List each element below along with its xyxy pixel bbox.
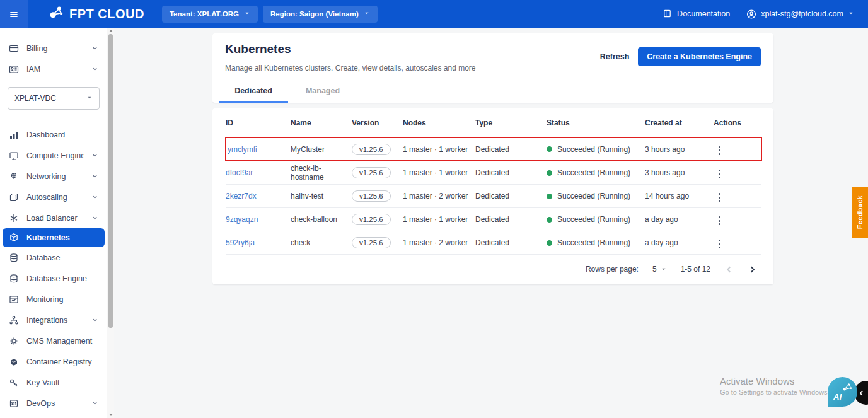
vdc-selector-dropdown[interactable]: XPLAT-VDC xyxy=(8,87,100,110)
table-row: 9zqyaqzn check-balloon v1.25.6 1 master … xyxy=(226,208,761,231)
cluster-name: check-balloon xyxy=(291,208,352,231)
status-dot xyxy=(547,170,552,176)
sidebar-item-label: Monitoring xyxy=(26,295,98,304)
sidebar-item-label: Integrations xyxy=(26,316,84,325)
page-subtitle: Manage all Kubernetes clusters. Create, … xyxy=(225,64,476,73)
cluster-created-at: 14 hours ago xyxy=(645,185,714,208)
row-actions-kebab-menu-icon[interactable] xyxy=(714,144,726,158)
sidebar-scrollbar-thumb[interactable] xyxy=(108,34,113,328)
rows-per-page-select[interactable]: 5 xyxy=(652,265,667,274)
status-dot xyxy=(547,194,552,199)
previous-page-button[interactable] xyxy=(724,265,734,274)
cluster-id-link[interactable]: dfocf9ar xyxy=(226,168,253,177)
iam-icon xyxy=(9,64,19,74)
rows-per-page-value: 5 xyxy=(652,265,657,274)
database-engine-icon xyxy=(9,274,19,284)
refresh-button[interactable]: Refresh xyxy=(600,52,630,61)
sidebar-item-label: DevOps xyxy=(26,399,84,408)
caret-down-icon xyxy=(86,94,93,103)
sidebar-item-label: Load Balancer xyxy=(26,214,84,223)
kubernetes-icon xyxy=(9,233,19,243)
sidebar-scrollbar[interactable] xyxy=(107,28,114,418)
monitoring-icon xyxy=(9,294,19,305)
version-chip: v1.25.6 xyxy=(352,144,391,155)
sidebar-item-dashboard[interactable]: Dashboard xyxy=(0,124,107,145)
tab-dedicated[interactable]: Dedicated xyxy=(219,80,288,103)
cluster-name: haihv-test xyxy=(291,185,352,208)
cluster-id-link[interactable]: 2kezr7dx xyxy=(226,192,257,200)
sidebar-item-label: Dashboard xyxy=(26,131,98,139)
column-header-version: Version xyxy=(352,108,403,137)
tenant-selector[interactable]: Tenant: XPLAT-ORG xyxy=(162,6,258,23)
sidebar-item-iam[interactable]: IAM xyxy=(0,59,107,79)
row-actions-kebab-menu-icon[interactable] xyxy=(714,190,726,204)
top-navbar: FPT CLOUD Tenant: XPLAT-ORG Region: Saig… xyxy=(0,0,868,28)
row-actions-kebab-menu-icon[interactable] xyxy=(714,237,726,251)
sidebar: Billing IAM XPLAT-VDC Dashboard Compute … xyxy=(0,28,107,418)
integrations-icon xyxy=(9,315,19,325)
caret-down-icon xyxy=(364,10,370,18)
user-email: xplat-stg@fptcloud.com xyxy=(761,9,843,18)
table-header-row: ID Name Version Nodes Type Status Create… xyxy=(226,108,761,137)
networking-icon xyxy=(9,171,19,182)
row-actions-kebab-menu-icon[interactable] xyxy=(714,214,726,228)
column-header-name: Name xyxy=(291,108,352,137)
sidebar-item-integrations[interactable]: Integrations xyxy=(0,310,107,330)
tabs: Dedicated Managed xyxy=(219,80,357,103)
next-page-button[interactable] xyxy=(748,265,757,274)
column-header-id: ID xyxy=(226,108,291,137)
region-selector[interactable]: Region: Saigon (Vietnam) xyxy=(263,6,378,23)
sidebar-item-database-engine[interactable]: Database Engine xyxy=(0,268,107,289)
column-header-nodes: Nodes xyxy=(403,108,475,137)
cluster-type: Dedicated xyxy=(475,161,547,185)
tab-managed[interactable]: Managed xyxy=(288,80,357,103)
sidebar-item-load-balancer[interactable]: Load Balancer xyxy=(0,207,107,228)
sidebar-divider xyxy=(0,119,107,119)
status-text: Succeeded (Running) xyxy=(557,168,630,177)
scrollbar-down-arrow-icon[interactable] xyxy=(109,414,113,416)
sidebar-item-label: Database Engine xyxy=(26,274,98,283)
feedback-tab[interactable]: Feedback xyxy=(852,187,868,238)
hamburger-menu-button[interactable] xyxy=(0,0,28,28)
create-kubernetes-engine-button[interactable]: Create a Kubernetes Engine xyxy=(638,47,761,66)
cluster-id-link[interactable]: 592ry6ja xyxy=(226,238,255,247)
row-actions-kebab-menu-icon[interactable] xyxy=(714,167,726,181)
sidebar-item-cms-management[interactable]: CMS Management xyxy=(0,330,107,351)
main-content: Kubernetes Manage all Kubernetes cluster… xyxy=(114,28,868,418)
sidebar-item-database[interactable]: Database xyxy=(0,247,107,268)
sidebar-item-label: Autoscaling xyxy=(26,193,84,202)
documentation-link[interactable]: Documentation xyxy=(663,9,730,19)
column-header-type: Type xyxy=(475,108,547,137)
book-icon xyxy=(663,9,673,19)
brand-logo[interactable]: FPT CLOUD xyxy=(48,4,144,23)
sidebar-item-key-vault[interactable]: Key Vault xyxy=(0,372,107,393)
scrollbar-up-arrow-icon[interactable] xyxy=(109,30,113,32)
cluster-type: Dedicated xyxy=(475,185,547,208)
sidebar-item-billing[interactable]: Billing xyxy=(0,38,107,59)
cluster-id-link[interactable]: ymclymfi xyxy=(228,145,257,154)
chevron-right-icon xyxy=(748,265,757,274)
sidebar-item-label: Database xyxy=(26,253,98,262)
caret-down-icon xyxy=(848,9,854,18)
cluster-nodes: 1 master · 1 worker xyxy=(403,137,475,161)
version-chip: v1.25.6 xyxy=(352,237,391,248)
sidebar-item-kubernetes[interactable]: Kubernetes xyxy=(3,228,105,247)
cluster-type: Dedicated xyxy=(475,231,547,255)
cluster-nodes: 1 master · 1 worker xyxy=(403,208,475,231)
ai-assistant-bubble[interactable]: AI xyxy=(828,377,857,407)
cluster-created-at: 3 hours ago xyxy=(645,137,714,161)
sidebar-item-container-registry[interactable]: Container Registry xyxy=(0,351,107,372)
cluster-id-link[interactable]: 9zqyaqzn xyxy=(226,215,258,224)
user-account-menu[interactable]: xplat-stg@fptcloud.com xyxy=(746,9,854,19)
sidebar-item-devops[interactable]: DevOps xyxy=(0,393,107,414)
vdc-selector-value: XPLAT-VDC xyxy=(14,94,56,103)
chevron-down-icon xyxy=(91,316,98,323)
sidebar-item-monitoring[interactable]: Monitoring xyxy=(0,289,107,310)
status-text: Succeeded (Running) xyxy=(557,192,630,200)
sidebar-item-compute-engine[interactable]: Compute Engine xyxy=(0,145,107,166)
cluster-type: Dedicated xyxy=(475,208,547,231)
sidebar-item-label: Networking xyxy=(26,172,84,181)
sidebar-item-autoscaling[interactable]: Autoscaling xyxy=(0,187,107,207)
cluster-type: Dedicated xyxy=(475,137,547,161)
sidebar-item-networking[interactable]: Networking xyxy=(0,166,107,187)
